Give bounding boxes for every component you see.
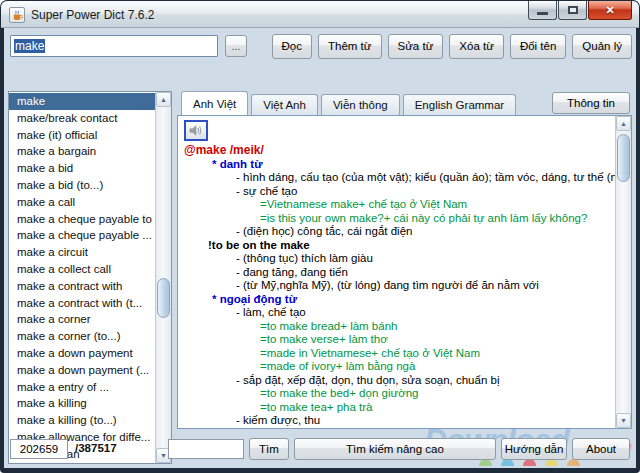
definition-line: - đang tăng, đang tiến [184, 266, 613, 280]
list-item[interactable]: make a cheque payable ... [9, 227, 155, 244]
list-item[interactable]: make (it) official [9, 127, 155, 144]
list-item[interactable]: make a bid (to...) [9, 177, 155, 194]
scroll-up-icon[interactable]: ▲ [156, 92, 171, 107]
toolbar: make ... ĐọcThêm từSửa từXóa từĐổi tênQu… [10, 33, 632, 59]
help-button[interactable]: Hướng dẫn [501, 438, 567, 460]
toolbar-button-manage[interactable]: Quản lý [572, 34, 632, 59]
definition-line: =made of ivory+ làm bằng ngà [184, 360, 613, 374]
word-list-scrollbar[interactable]: ▲ ▼ [155, 92, 171, 463]
list-item[interactable]: make a corner (to...) [9, 328, 155, 345]
advanced-search-button[interactable]: Tìm kiếm nâng cao [294, 438, 496, 460]
definition-line: =to make money+ kiếm tiền [184, 428, 613, 429]
definition-scrollbar-thumb[interactable] [617, 134, 630, 182]
info-button[interactable]: Thông tin [552, 92, 630, 114]
list-item[interactable]: make a killing [9, 395, 155, 412]
list-item[interactable]: make a down payment [9, 345, 155, 362]
window-controls: ✕ [528, 1, 632, 20]
scroll-down-icon[interactable]: ▼ [616, 413, 631, 428]
toolbar-button-edit-word[interactable]: Sửa từ [388, 34, 444, 59]
definition-panel: @make /meik/* danh từ- hình dáng, cấu tạ… [177, 115, 632, 429]
pronounce-button[interactable] [184, 120, 208, 141]
toolbar-button-add-word[interactable]: Thêm từ [318, 34, 381, 59]
tab-english-grammar[interactable]: English Grammar [403, 94, 516, 115]
find-input[interactable] [168, 439, 244, 459]
definition-line: !to be on the make [184, 239, 613, 253]
watermark-dot [479, 459, 492, 466]
list-item[interactable]: make/break contact [9, 110, 155, 127]
watermark-dot [523, 459, 536, 466]
definition-line: - sắp đặt, xếp đặt, dọn, thu dọn, sửa so… [184, 374, 613, 388]
list-item[interactable]: make a call [9, 194, 155, 211]
definition-line: =to make verse+ làm thơ [184, 333, 613, 347]
definition-body: @make /meik/* danh từ- hình dáng, cấu tạ… [178, 116, 615, 428]
definition-line: =to make the bed+ dọn giường [184, 387, 613, 401]
close-icon: ✕ [605, 4, 614, 17]
list-item[interactable]: make a corner [9, 311, 155, 328]
list-item[interactable]: make a entry of ... [9, 379, 155, 396]
list-item[interactable]: make [9, 93, 155, 110]
java-app-icon [9, 7, 25, 23]
word-index-field[interactable]: 202659 [10, 439, 68, 459]
list-item[interactable]: make a down payment (... [9, 362, 155, 379]
coffee-cup-icon [12, 10, 23, 21]
definition-line: =to make bread+ làm bánh [184, 320, 613, 334]
word-total-label: /387517 [75, 442, 117, 454]
about-button[interactable]: About [572, 438, 630, 460]
word-list-scrollbar-thumb[interactable] [157, 278, 170, 318]
minimize-button[interactable] [528, 1, 557, 20]
definition-line: * danh từ [184, 158, 613, 172]
watermark-dot [545, 459, 558, 466]
list-item[interactable]: make a circuit [9, 244, 155, 261]
definition-line: - hình dáng, cấu tạo (của một vật); kiểu… [184, 171, 613, 185]
list-item[interactable]: make a contract with [9, 278, 155, 295]
list-item[interactable]: make a killing (to...) [9, 412, 155, 429]
definition-line: =Vietnamese make+ chế tạo ở Việt Nam [184, 198, 613, 212]
list-item[interactable]: make a bid [9, 160, 155, 177]
tab-viet-anh[interactable]: Việt Anh [251, 94, 318, 115]
watermark-dot [501, 459, 514, 466]
maximize-button[interactable] [558, 1, 587, 20]
word-list-panel: makemake/break contactmake (it) official… [8, 91, 172, 464]
tab-vien-thong[interactable]: Viễn thông [321, 94, 400, 115]
definition-scrollbar[interactable]: ▲ ▼ [615, 116, 631, 428]
toolbar-button-rename[interactable]: Đổi tên [510, 34, 566, 59]
tab-anh-viet[interactable]: Anh Việt [181, 91, 248, 115]
search-input[interactable]: make [10, 35, 218, 57]
watermark-dots [479, 459, 580, 466]
definition-line: - kiếm được, thu [184, 414, 613, 428]
maximize-icon [568, 6, 578, 14]
definition-line: - (điện học) công tắc, cái ngắt điện [184, 225, 613, 239]
toolbar-buttons: ĐọcThêm từSửa từXóa từĐổi tênQuản lý [272, 34, 632, 59]
list-item[interactable]: make a collect call [9, 261, 155, 278]
word-list: makemake/break contactmake (it) official… [9, 92, 155, 463]
find-button[interactable]: Tìm [249, 438, 289, 460]
window-title: Super Power Dict 7.6.2 [31, 8, 154, 22]
definition-line: - (thông tục) thích làm giàu [184, 252, 613, 266]
scroll-up-icon[interactable]: ▲ [616, 116, 631, 131]
browse-button[interactable]: ... [225, 35, 246, 57]
speaker-icon [189, 124, 203, 137]
app-window: Super Power Dict 7.6.2 ✕ make ... ĐọcThê… [0, 0, 640, 473]
definition-line: @make /meik/ [184, 144, 613, 158]
toolbar-button-read[interactable]: Đọc [272, 34, 312, 59]
definition-line: =to make tea+ pha trà [184, 401, 613, 415]
definition-line: - sự chế tạo [184, 185, 613, 199]
titlebar: Super Power Dict 7.6.2 ✕ [1, 1, 639, 28]
definition-line: =made in Vietnamese+ chế tạo ở Việt Nam [184, 347, 613, 361]
watermark-dot [567, 459, 580, 466]
definition-line: - (từ Mỹ,nghĩa Mỹ), (từ lóng) đang tìm n… [184, 279, 613, 293]
definition-line: =is this your own make?+ cái này có phải… [184, 212, 613, 226]
search-input-value: make [14, 39, 45, 53]
toolbar-button-delete-word[interactable]: Xóa từ [449, 34, 504, 59]
minimize-icon [537, 12, 548, 15]
definition-line: - làm, chế tạo [184, 306, 613, 320]
list-item[interactable]: make a bargain [9, 143, 155, 160]
list-item[interactable]: make a cheque payable to [9, 211, 155, 228]
close-button[interactable]: ✕ [588, 1, 632, 20]
client-area: make ... ĐọcThêm từSửa từXóa từĐổi tênQu… [4, 28, 636, 468]
statusbar: 202659 /387517 Tìm Tìm kiếm nâng cao Hướ… [4, 434, 636, 468]
definition-line: * ngoại động từ [184, 293, 613, 307]
list-item[interactable]: make a contract with (t... [9, 295, 155, 312]
